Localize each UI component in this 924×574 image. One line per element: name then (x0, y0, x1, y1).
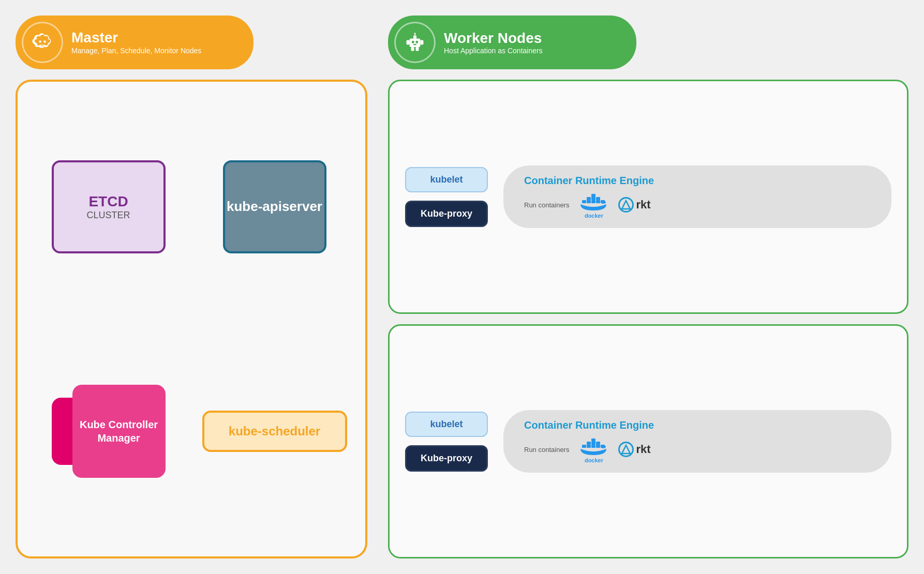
svg-rect-15 (587, 200, 591, 203)
svg-point-0 (39, 40, 41, 43)
docker-label-1: docker (585, 213, 603, 219)
kubelet-label-1: kubelet (430, 174, 463, 185)
svg-point-33 (601, 445, 606, 448)
master-title: Master (71, 29, 201, 46)
rkt-logo-2: rkt (618, 442, 650, 457)
cre-title-1: Container Runtime Engine (524, 175, 654, 187)
worker-title: Worker Nodes (444, 30, 543, 47)
worker-badge: Worker Nodes Host Application as Contain… (388, 16, 636, 69)
master-icon-circle (22, 22, 63, 63)
docker-label-2: docker (585, 457, 603, 463)
kubelet-box-1: kubelet (405, 167, 488, 192)
kubeproxy-label-1: Kube-proxy (421, 208, 472, 219)
kubelet-label-2: kubelet (430, 419, 463, 429)
master-section: Master Manage, Plan, Schedule, Monitor N… (16, 16, 367, 558)
kubeproxy-box-2: Kube-proxy (405, 445, 488, 472)
svg-rect-9 (407, 40, 410, 45)
main-layout: Master Manage, Plan, Schedule, Monitor N… (0, 0, 924, 574)
svg-rect-26 (587, 445, 591, 448)
worker-text: Worker Nodes Host Application as Contain… (444, 30, 543, 55)
etcd-box: ETCD CLUSTER (52, 160, 166, 253)
cre-title-2: Container Runtime Engine (524, 419, 654, 431)
cre-bottom-1: Run containers (524, 191, 651, 219)
controller-label: Kube Controller Manager (78, 418, 160, 445)
worker-node-1: kubelet Kube-proxy Container Runtime Eng… (388, 80, 908, 314)
svg-rect-11 (411, 47, 414, 51)
svg-rect-18 (591, 200, 595, 203)
brain-icon (30, 30, 55, 55)
cre-subtitle-1: Run containers (524, 201, 569, 209)
svg-point-22 (601, 201, 606, 204)
rkt-icon-2 (618, 442, 634, 457)
svg-rect-20 (596, 200, 600, 203)
robot-icon (403, 30, 427, 55)
rkt-svg-1 (621, 200, 631, 210)
svg-rect-13 (582, 200, 586, 203)
master-badge: Master Manage, Plan, Schedule, Monitor N… (16, 16, 254, 69)
kubeproxy-box-1: Kube-proxy (405, 201, 488, 227)
svg-rect-10 (421, 40, 424, 45)
worker-subtitle: Host Application as Containers (444, 47, 543, 55)
master-outer-box: ETCD CLUSTER kube-apiserver Kube Control… (16, 80, 367, 558)
svg-rect-17 (591, 197, 595, 200)
scheduler-label: kube-scheduler (229, 424, 320, 439)
apiserver-box: kube-apiserver (223, 160, 326, 253)
worker-node-2-left: kubelet Kube-proxy (405, 412, 488, 472)
svg-rect-24 (582, 445, 586, 448)
svg-rect-30 (596, 442, 600, 445)
svg-rect-5 (413, 44, 416, 45)
worker-nodes-container: kubelet Kube-proxy Container Runtime Eng… (388, 80, 908, 558)
svg-rect-16 (591, 194, 595, 197)
svg-rect-28 (591, 442, 595, 445)
cre-box-1: Container Runtime Engine Run containers (503, 165, 891, 228)
svg-rect-3 (412, 41, 414, 43)
svg-rect-31 (596, 445, 600, 448)
controller-wrapper: Kube Controller Manager (52, 385, 166, 478)
svg-point-1 (43, 40, 46, 43)
worker-node-2: kubelet Kube-proxy Container Runtime Eng… (388, 324, 908, 558)
kubelet-box-2: kubelet (405, 412, 488, 437)
rkt-label-1: rkt (636, 198, 650, 212)
svg-rect-29 (591, 445, 595, 448)
svg-rect-2 (410, 39, 421, 48)
etcd-label-sub: CLUSTER (86, 210, 130, 221)
master-subtitle: Manage, Plan, Schedule, Monitor Nodes (71, 46, 201, 55)
docker-icon-2 (579, 435, 608, 456)
svg-rect-25 (587, 442, 591, 445)
rkt-svg-2 (621, 444, 631, 455)
svg-point-8 (414, 33, 416, 34)
kubeproxy-label-2: Kube-proxy (421, 453, 472, 463)
rkt-icon-1 (618, 197, 634, 213)
docker-logo-2: docker (579, 435, 608, 463)
docker-icon-1 (579, 191, 608, 212)
worker-icon-circle (394, 22, 436, 63)
rkt-logo-1: rkt (618, 197, 650, 213)
rkt-label-2: rkt (636, 443, 650, 456)
svg-marker-34 (622, 445, 630, 454)
cre-subtitle-2: Run containers (524, 446, 569, 454)
svg-rect-27 (591, 439, 595, 442)
svg-rect-12 (416, 47, 419, 51)
svg-rect-14 (587, 197, 591, 200)
svg-marker-23 (622, 201, 630, 209)
scheduler-box: kube-scheduler (202, 411, 347, 452)
svg-rect-19 (596, 197, 600, 200)
worker-node-1-left: kubelet Kube-proxy (405, 167, 488, 227)
apiserver-label: kube-apiserver (227, 199, 322, 215)
worker-section: Worker Nodes Host Application as Contain… (388, 16, 908, 558)
cre-bottom-2: Run containers (524, 435, 651, 463)
controller-front-box: Kube Controller Manager (72, 385, 166, 478)
svg-rect-4 (416, 41, 419, 43)
svg-rect-6 (413, 36, 416, 39)
docker-logo-1: docker (579, 191, 608, 219)
master-text: Master Manage, Plan, Schedule, Monitor N… (71, 29, 201, 55)
etcd-label-main: ETCD (88, 193, 128, 210)
cre-box-2: Container Runtime Engine Run containers (503, 410, 891, 473)
